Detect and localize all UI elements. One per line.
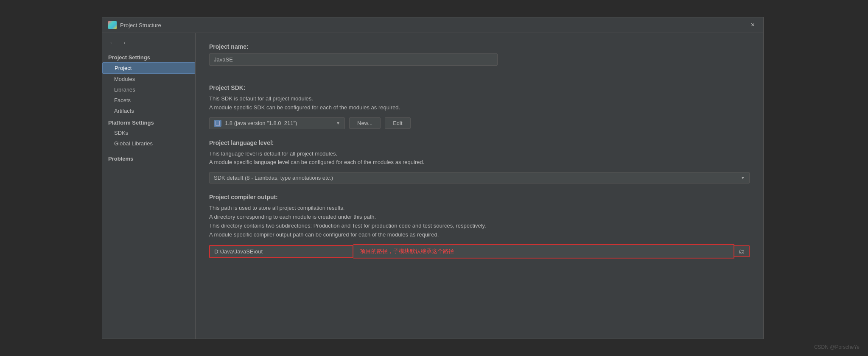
project-sdk-section: Project SDK: This SDK is default for all… — [209, 84, 750, 129]
project-language-level-section: Project language level: This language le… — [209, 139, 750, 184]
project-language-level-label: Project language level: — [209, 139, 750, 146]
compiler-path-annotation: 项目的路径，子模块默认继承这个路径 — [353, 244, 734, 259]
sidebar: ← → Project Settings Project Modules Lib… — [102, 33, 196, 339]
forward-arrow-button[interactable]: → — [119, 39, 128, 47]
chevron-down-icon: ▼ — [336, 121, 340, 125]
platform-settings-header: Platform Settings — [102, 116, 195, 128]
project-sdk-desc1: This SDK is default for all project modu… — [209, 95, 750, 112]
compiler-path-row: 项目的路径，子模块默认继承这个路径 🗂 — [209, 244, 750, 259]
nav-arrows: ← → — [102, 37, 195, 51]
project-settings-header: Project Settings — [102, 51, 195, 62]
compiler-path-input[interactable] — [209, 245, 353, 258]
sidebar-item-libraries[interactable]: Libraries — [102, 84, 195, 95]
sidebar-item-artifacts[interactable]: Artifacts — [102, 106, 195, 116]
project-name-input[interactable] — [209, 53, 498, 66]
watermark: CSDN @PorscheYe — [814, 344, 860, 350]
project-sdk-label: Project SDK: — [209, 84, 750, 91]
main-content: Project name: Project SDK: This SDK is d… — [196, 33, 763, 339]
sdk-dropdown[interactable]: 1.8 (java version "1.8.0_211") ▼ — [209, 117, 345, 129]
folder-browse-button[interactable]: 🗂 — [734, 245, 750, 257]
compiler-desc: This path is used to store all project c… — [209, 204, 750, 239]
sidebar-item-global-libraries[interactable]: Global Libraries — [102, 138, 195, 149]
project-language-level-desc: This language level is default for all p… — [209, 150, 750, 167]
lang-chevron-down-icon: ▼ — [741, 175, 745, 180]
project-name-section: Project name: — [209, 43, 750, 74]
sidebar-item-facets[interactable]: Facets — [102, 95, 195, 106]
language-level-value: SDK default (8 - Lambdas, type annotatio… — [214, 175, 333, 181]
project-compiler-output-label: Project compiler output: — [209, 194, 750, 200]
app-icon — [108, 21, 117, 29]
new-sdk-button[interactable]: New... — [349, 117, 381, 129]
sdk-value: 1.8 (java version "1.8.0_211") — [225, 120, 297, 126]
sidebar-item-sdks[interactable]: SDKs — [102, 128, 195, 138]
sidebar-item-modules[interactable]: Modules — [102, 74, 195, 84]
sdk-row: 1.8 (java version "1.8.0_211") ▼ New... … — [209, 117, 750, 129]
project-name-label: Project name: — [209, 43, 750, 50]
edit-sdk-button[interactable]: Edit — [385, 117, 410, 129]
title-bar: Project Structure × — [102, 17, 763, 33]
window-title: Project Structure — [120, 22, 161, 28]
project-compiler-output-section: Project compiler output: This path is us… — [209, 194, 750, 259]
problems-header: Problems — [102, 149, 195, 164]
close-button[interactable]: × — [748, 21, 757, 29]
language-level-dropdown[interactable]: SDK default (8 - Lambdas, type annotatio… — [209, 172, 750, 184]
back-arrow-button[interactable]: ← — [108, 39, 117, 47]
sidebar-item-project[interactable]: Project — [102, 62, 195, 74]
sdk-folder-icon — [214, 120, 221, 127]
